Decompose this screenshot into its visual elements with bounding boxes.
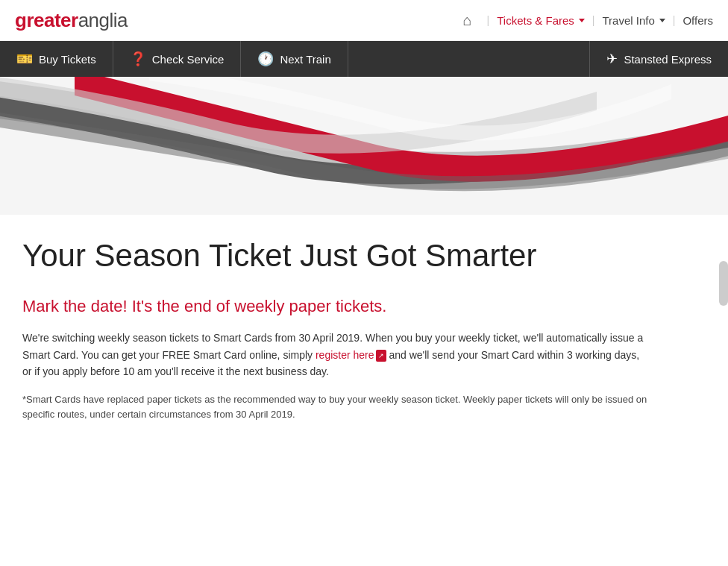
check-service-label: Check Service	[152, 53, 225, 66]
next-train-label: Next Train	[280, 53, 330, 66]
travel-info-link[interactable]: Travel Info	[602, 14, 665, 27]
travel-info-chevron-icon	[659, 19, 665, 22]
home-icon[interactable]: ⌂	[462, 12, 471, 29]
register-here-link[interactable]: register here↗	[316, 349, 386, 361]
footnote-text: *Smart Cards have replaced paper tickets…	[22, 392, 649, 424]
tickets-fares-label: Tickets & Fares	[497, 14, 574, 27]
external-link-icon: ↗	[376, 350, 386, 362]
offers-link[interactable]: Offers	[682, 14, 713, 27]
page-headline: Your Season Ticket Just Got Smarter	[22, 237, 649, 274]
sub-headline: Mark the date! It's the end of weekly pa…	[22, 297, 649, 316]
logo-greater: greater	[15, 9, 78, 31]
check-service-icon: ❓	[130, 51, 146, 67]
buy-tickets-icon: 🎫	[16, 51, 33, 67]
body-paragraph: We're switching weekly season tickets to…	[22, 330, 649, 380]
check-service-nav-item[interactable]: ❓ Check Service	[113, 41, 242, 77]
stansted-plane-icon: ✈	[606, 51, 618, 67]
scroll-indicator[interactable]	[719, 261, 728, 306]
tickets-fares-link[interactable]: Tickets & Fares	[497, 14, 585, 27]
tickets-chevron-icon	[579, 19, 585, 22]
logo-anglia: anglia	[78, 9, 128, 31]
buy-tickets-nav-item[interactable]: 🎫 Buy Tickets	[0, 41, 113, 77]
main-content: Your Season Ticket Just Got Smarter Mark…	[0, 215, 671, 445]
next-train-nav-item[interactable]: 🕐 Next Train	[241, 41, 348, 77]
top-nav: greateranglia ⌂ | Tickets & Fares | Trav…	[0, 0, 728, 41]
hero-banner	[0, 77, 728, 215]
top-nav-links: ⌂ | Tickets & Fares | Travel Info | Offe…	[462, 12, 713, 29]
stansted-express-nav-item[interactable]: ✈ Stansted Express	[589, 41, 728, 77]
stansted-express-label: Stansted Express	[624, 53, 712, 66]
offers-label: Offers	[682, 14, 713, 27]
buy-tickets-label: Buy Tickets	[39, 53, 96, 66]
next-train-icon: 🕐	[257, 51, 274, 67]
secondary-nav: 🎫 Buy Tickets ❓ Check Service 🕐 Next Tra…	[0, 41, 728, 77]
travel-info-label: Travel Info	[602, 14, 654, 27]
hero-svg	[0, 77, 728, 215]
logo: greateranglia	[15, 9, 128, 32]
